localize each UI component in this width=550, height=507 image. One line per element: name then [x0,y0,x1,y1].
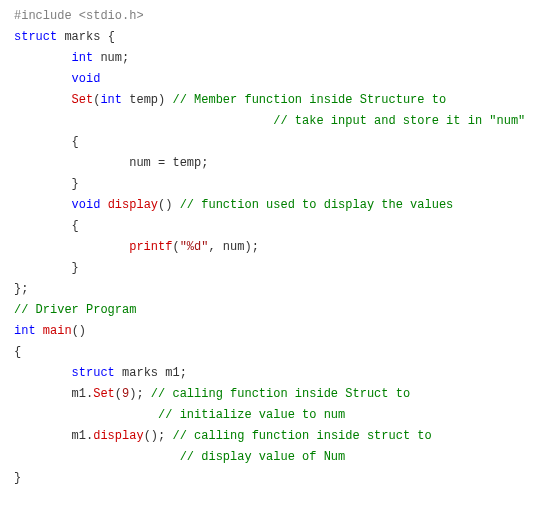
line-19: m1.Set(9); // calling function inside St… [14,387,410,401]
brace: } [14,471,21,485]
line-13: } [14,261,79,275]
brace: { [108,30,115,44]
comment: // Member function inside Structure to [172,93,446,107]
type-int: int [100,93,122,107]
identifier: num [129,156,158,170]
comment: // function used to display the values [180,198,454,212]
line-4: void [14,72,100,86]
line-12: printf("%d", num); [14,240,259,254]
line-8: num = temp; [14,156,208,170]
rest: , num); [208,240,258,254]
include-target: <stdio.h> [72,9,144,23]
line-23: } [14,471,21,485]
keyword-void: void [72,198,101,212]
line-5: Set(int temp) // Member function inside … [14,93,446,107]
comment: // display value of Num [180,450,346,464]
function-name: printf [129,240,172,254]
line-17: { [14,345,21,359]
code-block: #include <stdio.h> struct marks { int nu… [0,0,550,499]
space [36,324,43,338]
line-11: { [14,219,79,233]
function-name: Set [72,93,94,107]
function-name: main [43,324,72,338]
type-int: int [72,51,94,65]
keyword-struct: struct [14,30,57,44]
keyword-struct: struct [72,366,115,380]
identifier: m1. [72,387,94,401]
identifier: temp; [165,156,208,170]
paren: ( [172,240,179,254]
function-name: Set [93,387,115,401]
line-3: int num; [14,51,129,65]
brace: { [72,219,79,233]
comment: // take input and store it in "num" [273,114,525,128]
identifier: m1. [72,429,94,443]
paren: ( [115,387,122,401]
keyword-void: void [72,72,101,86]
comment: // calling function inside Struct to [151,387,410,401]
function-name: display [93,429,143,443]
line-9: } [14,177,79,191]
parens: () [158,198,180,212]
brace: } [72,261,79,275]
comment: // Driver Program [14,303,136,317]
function-name: display [108,198,158,212]
space [100,198,107,212]
paren: ); [129,387,151,401]
preprocessor: #include [14,9,72,23]
line-14: }; [14,282,28,296]
parens: () [72,324,86,338]
line-18: struct marks m1; [14,366,187,380]
line-22: // display value of Num [14,450,345,464]
line-15: // Driver Program [14,303,136,317]
line-10: void display() // function used to displ… [14,198,453,212]
string-literal: "%d" [180,240,209,254]
line-2: struct marks { [14,30,115,44]
comment: // initialize value to num [158,408,345,422]
comment: // calling function inside struct to [172,429,431,443]
line-20: // initialize value to num [14,408,345,422]
brace: } [72,177,79,191]
line-16: int main() [14,324,86,338]
identifier: marks [57,30,107,44]
brace: }; [14,282,28,296]
line-1: #include <stdio.h> [14,9,144,23]
parens: (); [144,429,173,443]
identifier: marks m1; [115,366,187,380]
line-6: // take input and store it in "num" [14,114,525,128]
brace: { [72,135,79,149]
line-7: { [14,135,79,149]
brace: { [14,345,21,359]
identifier: temp) [122,93,172,107]
type-int: int [14,324,36,338]
identifier: num; [93,51,129,65]
line-21: m1.display(); // calling function inside… [14,429,432,443]
